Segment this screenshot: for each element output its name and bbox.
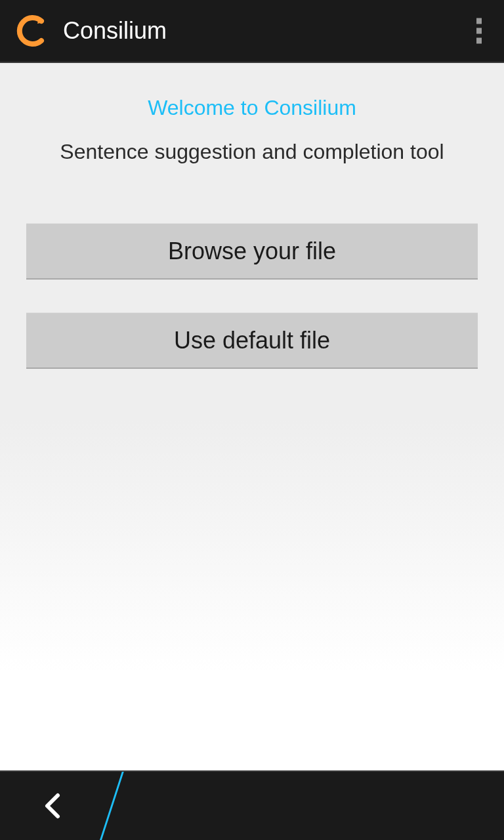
overflow-menu-icon[interactable] <box>470 12 488 51</box>
main-content: Welcome to Consilium Sentence suggestion… <box>0 63 504 770</box>
chevron-left-icon <box>43 791 62 820</box>
welcome-title: Welcome to Consilium <box>148 96 356 120</box>
browse-file-button[interactable]: Browse your file <box>26 223 478 280</box>
app-title: Consilium <box>63 17 167 45</box>
app-icon <box>13 12 50 49</box>
subtitle: Sentence suggestion and completion tool <box>60 140 444 164</box>
use-default-file-button[interactable]: Use default file <box>26 312 478 369</box>
action-bar: Consilium <box>0 0 504 63</box>
nav-bar <box>0 770 504 840</box>
back-button[interactable] <box>0 772 105 840</box>
